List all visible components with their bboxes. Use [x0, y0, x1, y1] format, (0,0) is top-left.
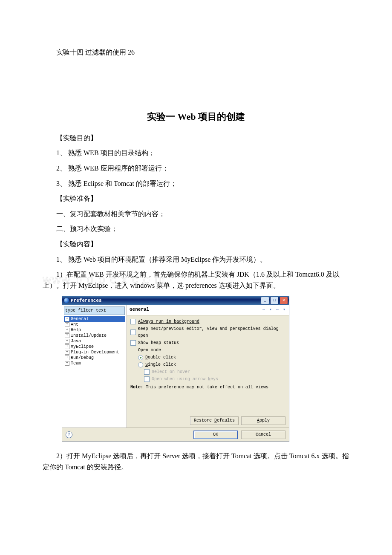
dialog-footer: ? OK Cancel	[62, 428, 289, 442]
nav-arrows-icon[interactable]: ⇦ ▾ ⇨ ▾	[262, 306, 286, 313]
checkbox-show-heap-status[interactable]: Show heap status	[130, 340, 285, 347]
checkbox-icon	[144, 376, 150, 382]
radio-double-click[interactable]: Double click	[138, 354, 285, 361]
app-icon	[64, 298, 69, 303]
expand-icon[interactable]: +	[65, 361, 69, 366]
tree-item-install-update[interactable]: +Install/Update	[64, 333, 125, 338]
radio-label: Single click	[145, 361, 176, 368]
objective-item: 3、 熟悉 Eclipse 和 Tomcat 的部署运行；	[43, 178, 349, 189]
tree-label: Run/Debug	[71, 355, 94, 361]
section-title: General	[130, 306, 149, 314]
tree-label: Ant	[71, 322, 78, 327]
tree-item-java[interactable]: +Java	[64, 338, 125, 344]
content-label: 【实验内容】	[43, 239, 349, 250]
checkbox-label: Select on hover	[152, 369, 190, 376]
expand-icon[interactable]: +	[65, 322, 69, 327]
checkbox-icon	[130, 330, 136, 335]
checkbox-label: Show heap status	[138, 340, 179, 347]
radio-single-click[interactable]: Single click	[138, 361, 285, 368]
section-header: General ⇦ ▾ ⇨ ▾	[127, 305, 289, 315]
radio-icon	[138, 355, 143, 360]
prepare-label: 【实验准备】	[43, 193, 349, 204]
tree-label: General	[71, 316, 89, 322]
preferences-tree-pane: type filter text +General +Ant +Help +In…	[62, 305, 127, 428]
help-icon[interactable]: ?	[66, 431, 72, 438]
tree-item-team[interactable]: +Team	[64, 361, 125, 366]
content-subitem: 1）在配置 WEB 开发环境之前，首先确保你的机器上安装有 JDK（1.6 及以…	[43, 269, 349, 291]
preferences-content-pane: General ⇦ ▾ ⇨ ▾ Always run in background…	[127, 305, 289, 428]
expand-icon[interactable]: +	[65, 339, 69, 344]
content-subitem: 2）打开 MyEclipse 选项后，再打开 Server 选项，接着打开 To…	[43, 451, 349, 472]
radio-label: Double click	[145, 354, 176, 361]
prepare-item: 一、复习配套教材相关章节的内容；	[43, 208, 349, 220]
minimize-button[interactable]: _	[261, 297, 269, 304]
expand-icon[interactable]: +	[65, 350, 69, 355]
note-text: Note: This preference may not take effec…	[130, 384, 285, 391]
tree-item-ant[interactable]: +Ant	[64, 322, 125, 327]
tree-label: Team	[71, 361, 81, 366]
filter-input[interactable]: type filter text	[64, 306, 125, 315]
cancel-button[interactable]: Cancel	[241, 431, 285, 439]
prepare-item: 二、预习本次实验；	[43, 223, 349, 234]
tree-label: Help	[71, 327, 81, 333]
expand-icon[interactable]: +	[65, 356, 69, 360]
ok-button[interactable]: OK	[193, 431, 238, 439]
maximize-button[interactable]: □	[270, 297, 279, 304]
tree-label: Install/Update	[71, 333, 107, 338]
checkbox-run-in-background[interactable]: Always run in background	[130, 318, 285, 325]
window-title: Preferences	[71, 297, 102, 305]
window-titlebar[interactable]: Preferences _ □ ✕	[62, 296, 289, 305]
objective-item: 1、 熟悉 WEB 项目的目录结构；	[43, 147, 349, 159]
checkbox-open-arrow-keys: Open when using arrow keys	[144, 376, 285, 383]
checkbox-label: Open when using arrow keys	[152, 376, 218, 383]
checkbox-label: Keep next/previous editor, view and pers…	[138, 326, 285, 339]
checkbox-label: Always run in background	[138, 318, 199, 325]
open-mode-group-label: Open mode	[138, 347, 285, 354]
checkbox-icon	[130, 319, 136, 324]
tree-item-run-debug[interactable]: +Run/Debug	[64, 355, 125, 361]
checkbox-icon	[130, 340, 136, 346]
apply-button[interactable]: Apply	[241, 416, 285, 425]
checkbox-select-on-hover: Select on hover	[144, 369, 285, 376]
tree-item-myeclipse[interactable]: +MyEclipse	[64, 344, 125, 350]
experiment-heading: 实验一 Web 项目的创建	[43, 109, 349, 124]
radio-icon	[138, 362, 143, 367]
objective-label: 【实验目的】	[43, 133, 349, 144]
tree-item-plugin-dev[interactable]: +Plug-in Development	[64, 350, 125, 355]
close-button[interactable]: ✕	[280, 297, 288, 304]
expand-icon[interactable]: +	[65, 328, 69, 332]
objective-item: 2、 熟悉 WEB 应用程序的部署运行；	[43, 163, 349, 174]
restore-defaults-button[interactable]: Restore Defaults	[190, 416, 239, 425]
preferences-window: Preferences _ □ ✕ type filter text +Gene…	[62, 296, 289, 442]
tree-label: MyEclipse	[71, 344, 94, 350]
toc-entry: 实验十四 过滤器的使用 26	[43, 47, 349, 58]
expand-icon[interactable]: +	[65, 317, 69, 321]
tree-item-general[interactable]: +General	[64, 316, 125, 322]
tree-item-help[interactable]: +Help	[64, 327, 125, 333]
checkbox-keep-dialog-open[interactable]: Keep next/previous editor, view and pers…	[130, 326, 285, 339]
expand-icon[interactable]: +	[65, 344, 69, 349]
expand-icon[interactable]: +	[65, 333, 69, 338]
content-item: 1、 熟悉 Web 项目的环境配置（推荐采用 MyEclipse 作为开发环境）…	[43, 254, 349, 265]
checkbox-icon	[144, 369, 150, 375]
tree-label: Plug-in Development	[71, 350, 119, 355]
tree-label: Java	[71, 338, 81, 344]
